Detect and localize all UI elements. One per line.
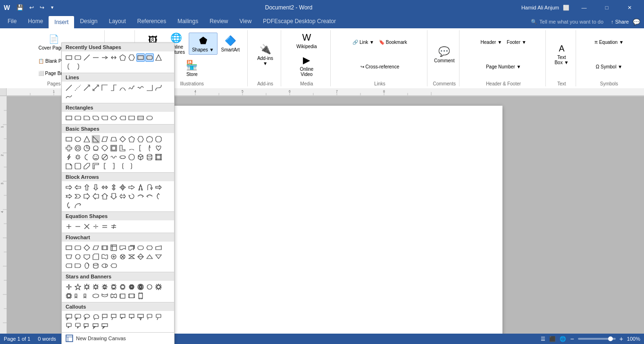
rect-snip2[interactable]	[92, 114, 100, 122]
arrow-up-block[interactable]	[83, 183, 91, 192]
basic-bevel[interactable]	[154, 153, 163, 161]
fc-punched-tape[interactable]	[100, 252, 109, 261]
callout-accent3[interactable]	[100, 322, 109, 330]
line-connector3[interactable]	[65, 92, 73, 101]
zoom-slider[interactable]	[578, 338, 616, 340]
basic-frame[interactable]	[109, 144, 118, 152]
fc-multi-doc[interactable]	[127, 243, 136, 252]
fc-document[interactable]	[118, 243, 127, 252]
arrow-curved-r[interactable]	[136, 192, 145, 201]
line-freeform[interactable]	[127, 84, 136, 92]
basic-pentagon[interactable]	[127, 135, 136, 143]
callout-rect[interactable]	[65, 313, 73, 321]
arrow-bent-r[interactable]	[127, 183, 136, 192]
fc-summing-jct[interactable]	[109, 252, 118, 261]
close-btn[interactable]: ✕	[619, 0, 640, 15]
basic-cross[interactable]	[65, 144, 73, 152]
basic-trapezoid[interactable]	[109, 135, 118, 143]
shape-pentagon[interactable]	[118, 53, 127, 62]
basic-cube[interactable]	[136, 153, 145, 161]
arrow-circular[interactable]	[127, 192, 136, 201]
shape-arrow-right[interactable]	[100, 53, 109, 62]
shape-brace-l[interactable]	[65, 62, 73, 71]
callout-nb4[interactable]	[74, 322, 82, 330]
callout-line4[interactable]	[127, 313, 136, 321]
layout-normal-btn[interactable]: ☰	[541, 336, 545, 342]
line-connector1[interactable]	[145, 84, 154, 92]
fc-manual-input[interactable]	[154, 243, 163, 252]
star-8pt[interactable]	[100, 283, 109, 291]
layout-web-btn[interactable]: 🌐	[560, 336, 566, 342]
banner-v-scroll[interactable]	[136, 292, 145, 300]
smartart-btn[interactable]: 🔷 SmartArt	[218, 33, 243, 54]
shape-line2[interactable]	[92, 53, 100, 62]
arrow-curved-l[interactable]	[145, 192, 154, 201]
tab-insert[interactable]: Insert	[49, 16, 74, 28]
tab-view[interactable]: View	[234, 15, 258, 28]
banner-curved-up[interactable]	[92, 292, 100, 300]
line-double-arrow[interactable]	[92, 84, 100, 92]
arrow-swoosh[interactable]	[74, 201, 82, 210]
rect-snip4[interactable]	[109, 114, 118, 122]
rect-snip3[interactable]	[100, 114, 109, 122]
shape-rect[interactable]	[65, 53, 73, 62]
share-btn[interactable]: ↑ Share	[611, 19, 629, 25]
callout-nb1[interactable]	[145, 313, 154, 321]
line-connector2[interactable]	[154, 84, 163, 92]
callout-rounded-rect[interactable]	[74, 313, 82, 321]
eq-plus[interactable]	[65, 222, 73, 231]
basic-triangle[interactable]	[83, 135, 91, 143]
callout-cloud[interactable]	[92, 313, 100, 321]
shape-line1[interactable]	[83, 53, 91, 62]
basic-folded[interactable]	[65, 162, 73, 170]
basic-diamond[interactable]	[118, 135, 127, 143]
arrow-uturn[interactable]	[145, 183, 154, 192]
banner-up-ribbon[interactable]	[74, 292, 82, 300]
footer-btn[interactable]: Footer ▼	[505, 39, 528, 46]
rect-basic[interactable]	[65, 114, 73, 122]
store-btn[interactable]: 🏪 Store	[183, 58, 201, 79]
basic-l-shape[interactable]	[118, 144, 127, 152]
fc-connector[interactable]	[74, 252, 82, 261]
basic-arc[interactable]	[127, 144, 136, 152]
fc-terminator[interactable]	[136, 243, 145, 252]
cross-reference-btn[interactable]: ↪ Cross-reference	[359, 63, 401, 70]
basic-sun[interactable]	[74, 153, 82, 161]
star-24pt[interactable]	[136, 283, 145, 291]
new-drawing-canvas-item[interactable]: New Drawing Canvas	[62, 332, 174, 344]
shape-rect-selected[interactable]	[136, 53, 145, 62]
banner-curved-dn[interactable]	[100, 292, 109, 300]
bookmark-btn[interactable]: 🔖 Bookmark	[377, 39, 409, 46]
fc-merge[interactable]	[154, 252, 163, 261]
comment-btn[interactable]: 💬 Comment	[431, 44, 457, 65]
basic-corner[interactable]	[92, 162, 100, 170]
arrow-notched[interactable]	[65, 192, 73, 201]
basic-oval[interactable]	[74, 135, 82, 143]
callout-accent2[interactable]	[92, 322, 100, 330]
basic-wave[interactable]	[109, 153, 118, 161]
banner-wave[interactable]	[109, 292, 118, 300]
line-elbow[interactable]	[100, 84, 109, 92]
basic-decagon[interactable]	[127, 153, 136, 161]
fc-or[interactable]	[118, 252, 127, 261]
rect-snip1[interactable]	[83, 114, 91, 122]
quick-redo[interactable]: ↪	[38, 3, 46, 12]
star-5pt[interactable]	[74, 283, 82, 291]
arrow-left-block[interactable]	[74, 183, 82, 192]
arrow-lr-block[interactable]	[100, 183, 109, 192]
arrow-callout-left[interactable]	[92, 192, 100, 201]
arrow-quad-block[interactable]	[118, 183, 127, 192]
layout-full-btn[interactable]: ⬛	[549, 336, 556, 342]
fc-preparation[interactable]	[145, 243, 154, 252]
equation-btn[interactable]: π Equation ▼	[593, 39, 626, 46]
line-dash[interactable]	[74, 84, 82, 92]
star-7pt[interactable]	[92, 283, 100, 291]
fc-direct-access[interactable]	[100, 261, 109, 270]
quick-undo[interactable]: ↩	[27, 3, 36, 12]
callout-nb3[interactable]	[65, 322, 73, 330]
online-video-btn[interactable]: ▶ OnlineVideo	[297, 52, 317, 79]
fc-decision[interactable]	[83, 243, 91, 252]
fc-data[interactable]	[92, 243, 100, 252]
tab-references[interactable]: References	[132, 15, 172, 28]
line-curve[interactable]	[118, 84, 127, 92]
